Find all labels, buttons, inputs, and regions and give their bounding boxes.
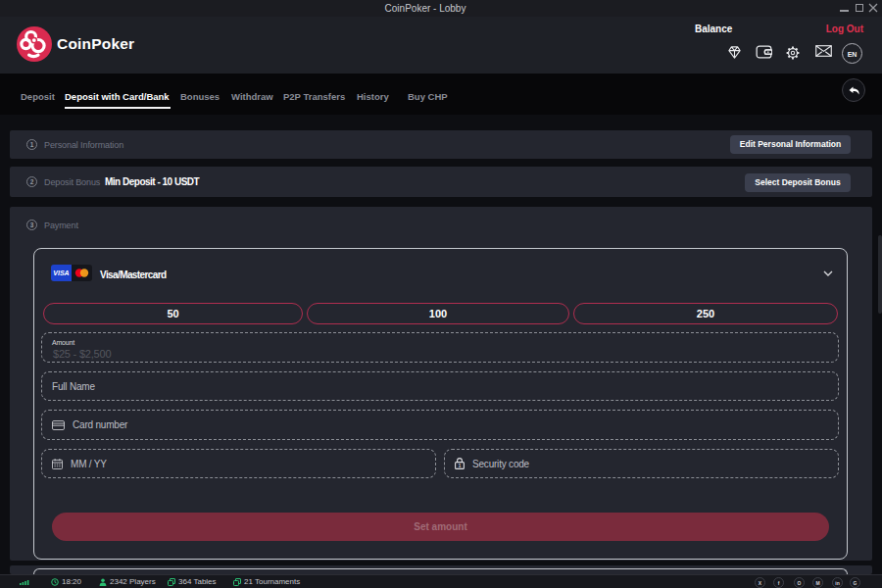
svg-text:1: 1 [459, 464, 462, 468]
